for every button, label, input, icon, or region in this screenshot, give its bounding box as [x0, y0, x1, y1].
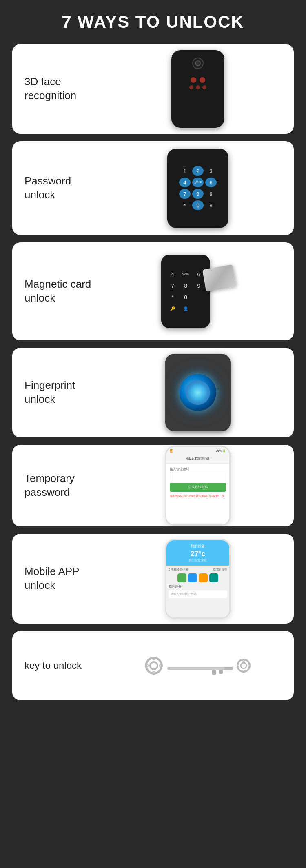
card-label-magnetic: Magnetic card unlock [12, 269, 102, 313]
app-subtitle: 房门全套·家庭 [189, 558, 207, 562]
card-mobile-app-unlock: Mobile APP unlock 我的设备 27°c 房门全套·家庭 5 电梯… [12, 534, 294, 624]
temp-input-label: 输入管理密码 [170, 467, 226, 471]
app-header: 我的设备 27°c 房门全套·家庭 [166, 540, 229, 566]
svg-rect-6 [167, 667, 226, 670]
key-9: 9 [205, 189, 217, 199]
temp-generate-button[interactable]: 生成临时密码 [170, 483, 226, 492]
fingerprint-glow [180, 374, 216, 411]
mag-key-star: * [167, 292, 178, 302]
mag-key-5-card: 5CARD [180, 269, 191, 279]
card-image-app: 我的设备 27°c 房门全套·家庭 5 电梯楼道·五楼 22/20° 深夜 我的… [102, 538, 294, 619]
svg-rect-8 [219, 670, 223, 674]
card-label-fingerprint: Fingerprint unlock [12, 371, 102, 415]
magnetic-card-container: 4 5CARD 6 7 8 9 * 0 🔑 👤 [161, 255, 235, 328]
app-icon-4 [209, 573, 218, 582]
temp-statusbar: 📶 35% 🔋 [166, 447, 229, 455]
key-7: 7 [179, 189, 191, 199]
card-temp-password: Temporary password 📶 35% 🔋 锁秘-临时密码 输入管理密… [12, 445, 294, 526]
card-key-unlock: key to unlock [12, 631, 294, 700]
mag-key-icon1: 🔑 [167, 304, 178, 313]
temp-password-input [170, 473, 226, 480]
key-shaft [167, 662, 233, 669]
mag-key-9: 9 [193, 281, 204, 291]
key-4: 4 [179, 178, 191, 187]
app-icon-3 [199, 573, 208, 582]
mag-key-empty [193, 292, 204, 302]
password-phone-mockup: 1 2 3 4 5CARD 6 7 8 9 * 0 # [167, 149, 228, 228]
fingerprint-device-mockup [165, 354, 231, 431]
mag-key-4: 4 [167, 269, 178, 279]
card-image-temp: 📶 35% 🔋 锁秘-临时密码 输入管理密码 生成临时密码 临时密码在30分钟有… [102, 445, 294, 526]
key-3: 3 [205, 166, 217, 176]
mag-key-empty2 [193, 304, 204, 313]
magnetic-phone-mockup: 4 5CARD 6 7 8 9 * 0 🔑 👤 [161, 255, 210, 328]
card-magnetic-unlock: Magnetic card unlock 4 5CARD 6 7 8 9 * 0… [12, 242, 294, 340]
card-label-app: Mobile APP unlock [12, 557, 102, 601]
app-icon-1 [177, 573, 186, 582]
app-body: 5 电梯楼道·五楼 22/20° 深夜 我的设备 请输入管理用户密码: [166, 566, 229, 617]
face-recognition-dots [191, 77, 205, 83]
card-fingerprint-unlock: Fingerprint unlock [12, 348, 294, 437]
card-image-face [102, 48, 294, 130]
card-image-magnetic: 4 5CARD 6 7 8 9 * 0 🔑 👤 [102, 251, 294, 332]
mag-key-8: 8 [180, 281, 191, 291]
card-label-key: key to unlock [12, 651, 102, 680]
mag-key-icon2: 👤 [180, 304, 191, 313]
key-6: 6 [205, 178, 217, 187]
temp-app-header: 锁秘-临时密码 [166, 455, 229, 464]
face-recognition-dots-2 [189, 85, 206, 89]
magnetic-card-visual [202, 264, 236, 292]
card-image-fingerprint [102, 352, 294, 433]
fingerprint-sensor [186, 380, 210, 405]
mag-keypad-grid: 4 5CARD 6 7 8 9 * 0 🔑 👤 [167, 269, 204, 313]
key-tip [237, 659, 251, 673]
mag-key-0: 0 [180, 292, 191, 302]
key-bow [145, 657, 163, 675]
card-label-password: Password unlock [12, 166, 102, 210]
app-phone-mockup: 我的设备 27°c 房门全套·家庭 5 电梯楼道·五楼 22/20° 深夜 我的… [165, 539, 231, 619]
app-icon-2 [188, 573, 197, 582]
key-8: 8 [192, 189, 204, 199]
key-1: 1 [179, 166, 191, 176]
key-visual [145, 657, 251, 675]
svg-rect-7 [212, 670, 216, 675]
temp-usage-note: 临时密码在30分钟有效时间内只能使用一次 [170, 494, 226, 498]
key-hash: # [205, 200, 217, 210]
app-icon-row [169, 573, 227, 582]
app-devices-label: 我的设备 [169, 584, 227, 589]
card-image-key [102, 653, 294, 679]
svg-rect-9 [224, 667, 233, 670]
key-0: 0 [192, 200, 204, 210]
card-label-face: 3D face recognition [12, 67, 102, 111]
face-dot2-1 [189, 85, 193, 89]
face-dot2-3 [202, 85, 206, 89]
face-phone-mockup [171, 50, 224, 128]
app-stats: 5 电梯楼道·五楼 22/20° 深夜 [169, 568, 227, 572]
keypad-grid: 1 2 3 4 5CARD 6 7 8 9 * 0 # [179, 166, 217, 210]
key-star: * [179, 200, 191, 210]
key-shaft-svg [167, 662, 233, 675]
key-bow-svg [145, 657, 163, 675]
card-password-unlock: Password unlock 1 2 3 4 5CARD 6 7 8 9 * … [12, 141, 294, 235]
camera-icon [192, 58, 204, 69]
key-tip-svg [237, 659, 251, 673]
svg-point-11 [241, 663, 246, 668]
page-title: 7 WAYS TO UNLOCK [62, 12, 244, 32]
app-temperature: 27°c [190, 550, 205, 558]
app-password-input[interactable]: 请输入管理用户密码: [169, 590, 227, 598]
temp-phone-mockup: 📶 35% 🔋 锁秘-临时密码 输入管理密码 生成临时密码 临时密码在30分钟有… [165, 446, 231, 526]
face-dot-1 [191, 77, 196, 83]
key-2: 2 [192, 166, 204, 176]
card-label-temp: Temporary password [12, 464, 102, 508]
temp-app-body: 输入管理密码 生成临时密码 临时密码在30分钟有效时间内只能使用一次 [166, 464, 229, 524]
svg-point-1 [150, 662, 157, 669]
app-title: 我的设备 [191, 544, 205, 549]
face-dot2-2 [196, 85, 200, 89]
card-face-recognition: 3D face recognition [12, 44, 294, 134]
card-image-password: 1 2 3 4 5CARD 6 7 8 9 * 0 # [102, 147, 294, 229]
camera-lens [195, 60, 201, 66]
mag-key-7: 7 [167, 281, 178, 291]
key-5-card: 5CARD [192, 178, 204, 187]
face-dot-2 [200, 77, 205, 83]
